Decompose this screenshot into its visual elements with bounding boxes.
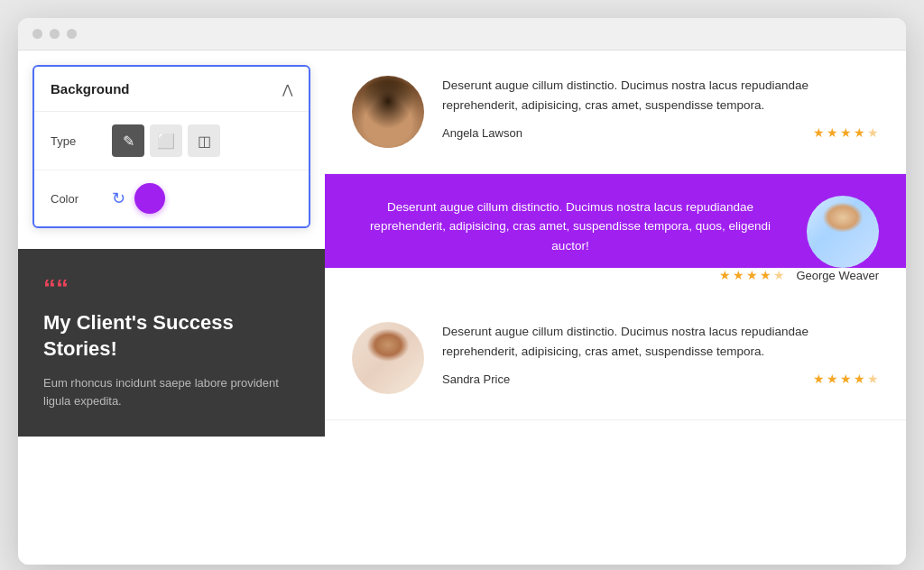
type-row: Type ✎ ⬜ ◫ xyxy=(34,112,309,170)
color-label: Color xyxy=(51,192,105,206)
star-g2: ★ xyxy=(733,268,744,282)
image-icon: ◫ xyxy=(198,133,211,150)
testimonials-area: Deserunt augue cillum distinctio. Ducimu… xyxy=(325,51,906,565)
color-controls: ↻ xyxy=(112,183,165,214)
star-4: ★ xyxy=(854,125,865,140)
dark-section-title: My Client's Success Stories! xyxy=(43,310,300,362)
testimonial-george-inner: Deserunt augue cillum distinctio. Ducimu… xyxy=(352,196,879,268)
dark-section-description: Eum rhoncus incidunt saepe labore provid… xyxy=(43,374,300,409)
star-1: ★ xyxy=(813,125,825,140)
quote-icon: ““ xyxy=(43,276,300,301)
testimonial-content-sandra: Deserunt augue cillum distinctio. Ducimu… xyxy=(442,322,879,386)
type-gradient-button[interactable]: ⬜ xyxy=(150,124,182,157)
type-buttons: ✎ ⬜ ◫ xyxy=(112,124,220,157)
star-2: ★ xyxy=(827,125,838,140)
testimonial-text-sandra: Deserunt augue cillum distinctio. Ducimu… xyxy=(442,322,879,361)
dark-section: ““ My Client's Success Stories! Eum rhon… xyxy=(18,249,325,437)
star-g4: ★ xyxy=(760,268,772,282)
type-label: Type xyxy=(51,134,105,148)
testimonial-content-george: Deserunt augue cillum distinctio. Ducimu… xyxy=(352,198,789,267)
type-solid-button[interactable]: ✎ xyxy=(112,124,144,157)
browser-dot-1 xyxy=(32,29,42,39)
author-name-angela: Angela Lawson xyxy=(442,126,522,140)
star-3: ★ xyxy=(840,125,852,140)
author-name-george: George Weaver xyxy=(796,269,879,282)
gradient-icon: ⬜ xyxy=(157,133,175,150)
color-swatch[interactable] xyxy=(134,183,165,214)
solid-icon: ✎ xyxy=(123,133,134,150)
testimonial-footer-sandra: Sandra Price ★ ★ ★ ★ ★ xyxy=(442,372,879,386)
color-row: Color ↻ xyxy=(34,170,309,226)
star-g3: ★ xyxy=(746,268,758,282)
star-s3: ★ xyxy=(840,372,852,386)
browser-dot-3 xyxy=(67,29,77,39)
star-g5: ★ xyxy=(773,268,785,282)
star-g1: ★ xyxy=(719,268,731,282)
editor-panel: Background ⋀ Type ✎ ⬜ ◫ xyxy=(18,51,325,565)
chevron-up-icon[interactable]: ⋀ xyxy=(282,82,292,97)
reset-color-icon[interactable]: ↻ xyxy=(112,188,125,208)
browser-dot-2 xyxy=(50,29,60,39)
settings-title: Background xyxy=(51,81,130,97)
testimonial-footer-angela: Angela Lawson ★ ★ ★ ★ ★ xyxy=(442,125,879,140)
avatar-george xyxy=(807,196,879,268)
stars-george: ★ ★ ★ ★ ★ xyxy=(719,268,785,282)
testimonial-sandra: Deserunt augue cillum distinctio. Ducimu… xyxy=(325,297,906,420)
star-s2: ★ xyxy=(827,372,838,386)
stars-sandra: ★ ★ ★ ★ ★ xyxy=(813,372,879,386)
avatar-sandra xyxy=(352,322,424,394)
settings-header: Background ⋀ xyxy=(34,67,309,112)
star-s1: ★ xyxy=(813,372,825,386)
star-s5: ★ xyxy=(867,372,879,386)
star-s4: ★ xyxy=(854,372,865,386)
testimonial-content-angela: Deserunt augue cillum distinctio. Ducimu… xyxy=(442,76,879,140)
testimonial-footer-george: ★ ★ ★ ★ ★ George Weaver xyxy=(325,268,906,297)
browser-bar xyxy=(18,18,906,51)
settings-panel: Background ⋀ Type ✎ ⬜ ◫ xyxy=(32,65,310,228)
type-image-button[interactable]: ◫ xyxy=(188,124,220,157)
testimonial-text-angela: Deserunt augue cillum distinctio. Ducimu… xyxy=(442,76,879,115)
testimonial-angela: Deserunt augue cillum distinctio. Ducimu… xyxy=(325,51,906,174)
browser-window: Background ⋀ Type ✎ ⬜ ◫ xyxy=(18,18,906,565)
avatar-angela xyxy=(352,76,424,148)
browser-content: Background ⋀ Type ✎ ⬜ ◫ xyxy=(18,51,906,565)
testimonial-george-container: Deserunt augue cillum distinctio. Ducimu… xyxy=(325,174,906,268)
author-name-sandra: Sandra Price xyxy=(442,372,510,386)
testimonial-text-george: Deserunt augue cillum distinctio. Ducimu… xyxy=(352,198,789,256)
stars-angela: ★ ★ ★ ★ ★ xyxy=(813,125,879,140)
star-5: ★ xyxy=(867,125,879,140)
